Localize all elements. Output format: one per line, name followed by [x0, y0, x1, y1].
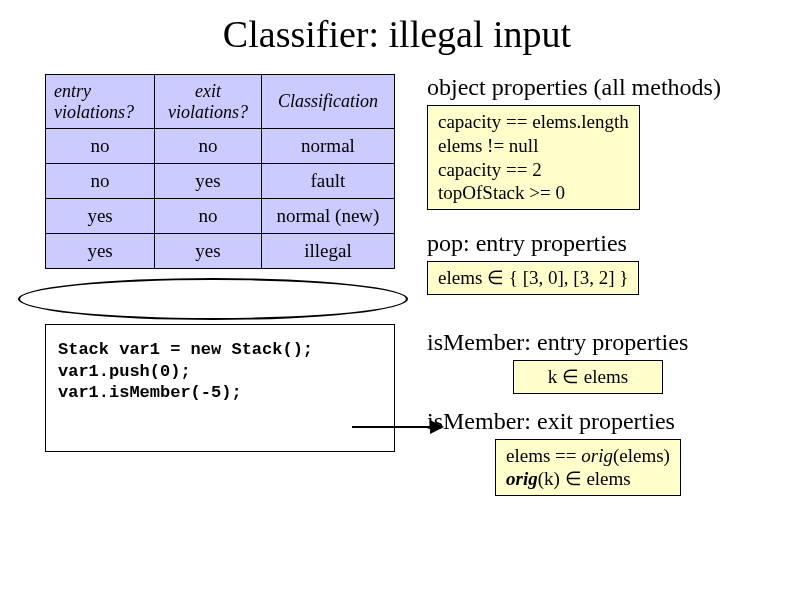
header-exit-line1: exit [195, 81, 221, 101]
content-columns: entry violations? exit violations? Class… [45, 74, 749, 496]
exit-line2-a: (k) [538, 468, 565, 489]
table-row: no yes fault [46, 164, 395, 199]
pop-entry-head: pop: entry properties [427, 230, 749, 257]
exit-line1-a: elems == [506, 445, 581, 466]
object-properties-box: capacity == elems.length elems != null c… [427, 105, 640, 210]
orig-keyword-bold: orig [506, 468, 538, 489]
exit-line1-b: (elems) [613, 445, 670, 466]
header-exit: exit violations? [155, 75, 262, 129]
header-entry: entry violations? [46, 75, 155, 129]
orig-keyword: orig [581, 445, 613, 466]
code-line: Stack var1 = new Stack(); [58, 340, 313, 359]
left-column: entry violations? exit violations? Class… [45, 74, 395, 496]
header-entry-line2: violations? [54, 102, 134, 122]
cell: normal [261, 129, 394, 164]
table-row: no no normal [46, 129, 395, 164]
cell: no [46, 164, 155, 199]
prop-line: capacity == 2 [438, 159, 542, 180]
elems-text: elems [579, 366, 628, 387]
element-of-icon: ∈ [565, 468, 582, 489]
cell: no [155, 129, 262, 164]
header-classification: Classification [261, 75, 394, 129]
code-box: Stack var1 = new Stack(); var1.push(0); … [45, 324, 395, 452]
cell: yes [46, 234, 155, 269]
header-entry-line1: entry [54, 81, 91, 101]
k-text: k [548, 366, 562, 387]
table-row: yes yes illegal [46, 234, 395, 269]
cell: illegal [261, 234, 394, 269]
element-of-icon: ∈ [562, 366, 579, 387]
pop-entry-box: elems ∈ { [3, 0], [3, 2] } [427, 261, 639, 295]
cell: no [46, 129, 155, 164]
code-line: var1.isMember(-5); [58, 383, 242, 402]
prop-line: capacity == elems.length [438, 111, 629, 132]
table-row: yes no normal (new) [46, 199, 395, 234]
exit-line2-b: elems [582, 468, 631, 489]
slide-title: Classifier: illegal input [45, 12, 749, 56]
right-column: object properties (all methods) capacity… [427, 74, 749, 496]
cell: fault [261, 164, 394, 199]
header-exit-line2: violations? [168, 102, 248, 122]
slide: Classifier: illegal input entry violatio… [0, 0, 794, 595]
ismember-exit-box: elems == orig(elems) orig(k) ∈ elems [495, 439, 681, 497]
code-line: var1.push(0); [58, 362, 191, 381]
cell: yes [46, 199, 155, 234]
ismember-entry-head: isMember: entry properties [427, 329, 749, 356]
classification-table: entry violations? exit violations? Class… [45, 74, 395, 269]
cell: yes [155, 164, 262, 199]
cell: normal (new) [261, 199, 394, 234]
table-header-row: entry violations? exit violations? Class… [46, 75, 395, 129]
prop-line: elems != null [438, 135, 538, 156]
ismember-entry-box: k ∈ elems [513, 360, 663, 394]
cell: no [155, 199, 262, 234]
prop-line: topOfStack >= 0 [438, 182, 565, 203]
ismember-exit-head: isMember: exit properties [427, 408, 749, 435]
cell: yes [155, 234, 262, 269]
object-properties-head: object properties (all methods) [427, 74, 749, 101]
